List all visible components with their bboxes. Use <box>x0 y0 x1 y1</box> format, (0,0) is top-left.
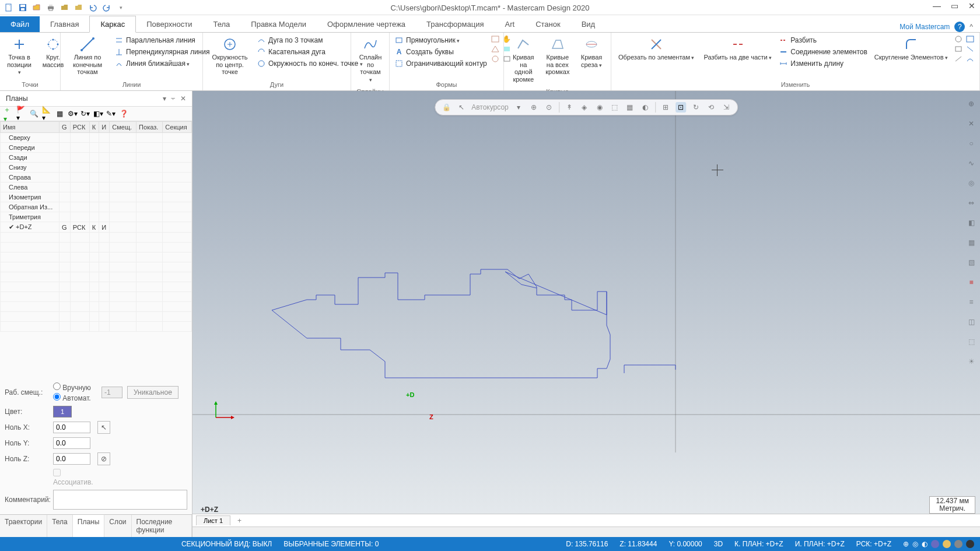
mod-opt2-icon[interactable] <box>954 45 963 53</box>
vs-i3-icon[interactable]: ○ <box>964 136 978 150</box>
ft-i2-icon[interactable]: ⊙ <box>544 102 554 113</box>
tb-cube-icon[interactable]: ◧▾ <box>93 109 103 118</box>
vs-i13-icon[interactable]: ⬚ <box>964 335 978 349</box>
nully-input[interactable] <box>53 437 90 449</box>
ft-i4-icon[interactable]: ◈ <box>579 102 590 113</box>
spline-button[interactable]: Сплайн по точкам <box>355 35 386 85</box>
tb-edit-icon[interactable]: ✎▾ <box>106 109 116 118</box>
folder3-icon[interactable] <box>74 2 84 13</box>
vs-i1-icon[interactable]: ⊕ <box>964 97 978 111</box>
save-icon[interactable] <box>18 2 28 13</box>
st-i1-icon[interactable]: ⊕ <box>903 540 909 548</box>
color-swatch[interactable]: 1 <box>53 406 72 417</box>
vs-i4-icon[interactable]: ∿ <box>964 156 978 170</box>
side-tab-solids[interactable]: Тела <box>47 515 73 537</box>
line-endpoints-button[interactable]: Линия по конечным точкам <box>64 35 111 77</box>
curve-all-edges-button[interactable]: Кривые на всех кромках <box>542 35 573 77</box>
side-tab-planes[interactable]: Планы <box>73 514 105 537</box>
col-header[interactable]: Имя <box>1 122 60 133</box>
planes-table[interactable]: ИмяGРСККИСмещ.Показ.Секция СверхуСпереди… <box>0 121 192 332</box>
status-iplane[interactable]: И. ПЛАН: +D+Z <box>795 540 845 548</box>
table-row[interactable]: Справа <box>1 173 192 183</box>
trim-to-elements-button[interactable]: Обрезать по элементам <box>615 35 698 62</box>
table-row[interactable]: Сзади <box>1 153 192 163</box>
letters-button[interactable]: AСоздать буквы <box>393 47 488 57</box>
join-button[interactable]: Соединение элементов <box>778 47 869 57</box>
tb-help-icon[interactable]: ❓ <box>119 109 128 118</box>
st-color3-icon[interactable] <box>954 540 963 548</box>
ft-i1-icon[interactable]: ⊕ <box>528 102 539 113</box>
status-cplane[interactable]: К. ПЛАН: +D+Z <box>734 540 783 548</box>
tab-solids[interactable]: Тела <box>202 16 240 32</box>
horizontal-scrollbar[interactable] <box>192 527 980 537</box>
redo-icon[interactable] <box>102 2 112 13</box>
pick-icon[interactable]: ↖ <box>97 421 110 434</box>
table-row[interactable]: Изометрия <box>1 192 192 202</box>
shape-opt1-icon[interactable] <box>491 35 500 43</box>
tab-wireframe[interactable]: Каркас <box>89 16 136 33</box>
tb-axis-icon[interactable]: 📐▾ <box>42 109 51 118</box>
modify-length-button[interactable]: Изменить длину <box>778 58 869 69</box>
undo-icon[interactable] <box>88 2 98 13</box>
add-sheet-button[interactable]: + <box>234 517 245 525</box>
tab-machine[interactable]: Станок <box>525 16 571 32</box>
tb-gear-icon[interactable]: ⚙▾ <box>68 109 77 118</box>
curve-slice-button[interactable]: Кривая среза <box>576 35 607 69</box>
st-i2-icon[interactable]: ◎ <box>912 540 918 548</box>
side-tab-levels[interactable]: Слои <box>104 515 131 537</box>
table-row[interactable]: Слева <box>1 183 192 192</box>
viewport[interactable]: +D Z 🔒 ↖ Автокурсор ▾ ⊕ ⊙ ↟ ◈ ◉ ⬚ ▦ ◐ ⊞ … <box>192 91 980 537</box>
shape-opt2-icon[interactable] <box>491 45 500 53</box>
shape-opt3-icon[interactable] <box>491 55 500 63</box>
tab-view[interactable]: Вид <box>571 16 606 32</box>
manual-radio[interactable]: Вручную <box>53 382 97 392</box>
vs-i12-icon[interactable]: ◫ <box>964 315 978 329</box>
line-perpendicular-button[interactable]: Перпендикулярная линия <box>113 47 211 57</box>
ft-cursor-icon[interactable]: ↖ <box>456 102 467 113</box>
arc-tangent-button[interactable]: Касательная дуга <box>256 47 364 57</box>
panel-close-icon[interactable]: ✕ <box>180 94 186 103</box>
sheet-tab-1[interactable]: Лист 1 <box>196 515 230 525</box>
ft-i9-icon[interactable]: ⊞ <box>660 102 671 113</box>
mod-opt1-icon[interactable] <box>954 35 963 43</box>
st-color2-icon[interactable] <box>943 540 951 548</box>
vs-i14-icon[interactable]: ☀ <box>964 355 978 368</box>
table-row[interactable]: Триметрия <box>1 212 192 222</box>
maximize-button[interactable]: ▭ <box>950 1 959 10</box>
side-tab-toolpaths[interactable]: Траектории <box>0 515 47 537</box>
rectangle-button[interactable]: Прямоугольник <box>393 35 488 45</box>
col-header[interactable]: Секция <box>163 122 192 133</box>
break-button[interactable]: Разбить <box>778 35 869 45</box>
nullx-input[interactable] <box>53 422 90 433</box>
qat-more-icon[interactable]: ▾ <box>116 2 126 13</box>
curve-one-edge-button[interactable]: Кривая на одной кромке <box>508 35 540 85</box>
auto-radio[interactable]: Автомат. <box>53 393 97 402</box>
nullz-input[interactable] <box>53 453 90 465</box>
ft-i6-icon[interactable]: ⬚ <box>610 102 620 113</box>
collapse-ribbon-icon[interactable]: ^ <box>970 23 973 31</box>
table-row[interactable]: Обратная Из... <box>1 202 192 212</box>
tab-art[interactable]: Art <box>495 16 526 32</box>
line-parallel-button[interactable]: Параллельная линия <box>113 35 211 45</box>
vs-i7-icon[interactable]: ◧ <box>964 216 978 230</box>
arc-3points-button[interactable]: Дуга по 3 точкам <box>256 35 364 45</box>
fillet-entities-button[interactable]: Скругление Элементов <box>871 35 951 62</box>
ft-i8-icon[interactable]: ◐ <box>640 102 650 113</box>
tab-surfaces[interactable]: Поверхности <box>136 16 202 32</box>
tb-refresh-icon[interactable]: ↻▾ <box>80 109 90 118</box>
vs-i5-icon[interactable]: ◎ <box>964 176 978 190</box>
col-header[interactable]: Показ. <box>136 122 163 133</box>
clear-icon[interactable]: ⊘ <box>97 452 110 465</box>
point-position-button[interactable]: Точка в позиции <box>4 35 35 77</box>
ft-i12-icon[interactable]: ⟲ <box>706 102 716 113</box>
ft-i13-icon[interactable]: ⇲ <box>721 102 732 113</box>
col-header[interactable]: РСК <box>70 122 89 133</box>
my-mastercam-link[interactable]: Мой Mastercam <box>900 23 950 31</box>
table-row[interactable]: Снизу <box>1 163 192 173</box>
vs-i6-icon[interactable]: ⇔ <box>964 196 978 210</box>
side-tab-recent[interactable]: Последние функции <box>132 515 192 537</box>
tab-transform[interactable]: Трансформация <box>416 16 494 32</box>
ft-i11-icon[interactable]: ↻ <box>691 102 701 113</box>
ft-dd-icon[interactable]: ▾ <box>513 102 524 113</box>
tb-add-icon[interactable]: ＋▾ <box>4 109 13 118</box>
